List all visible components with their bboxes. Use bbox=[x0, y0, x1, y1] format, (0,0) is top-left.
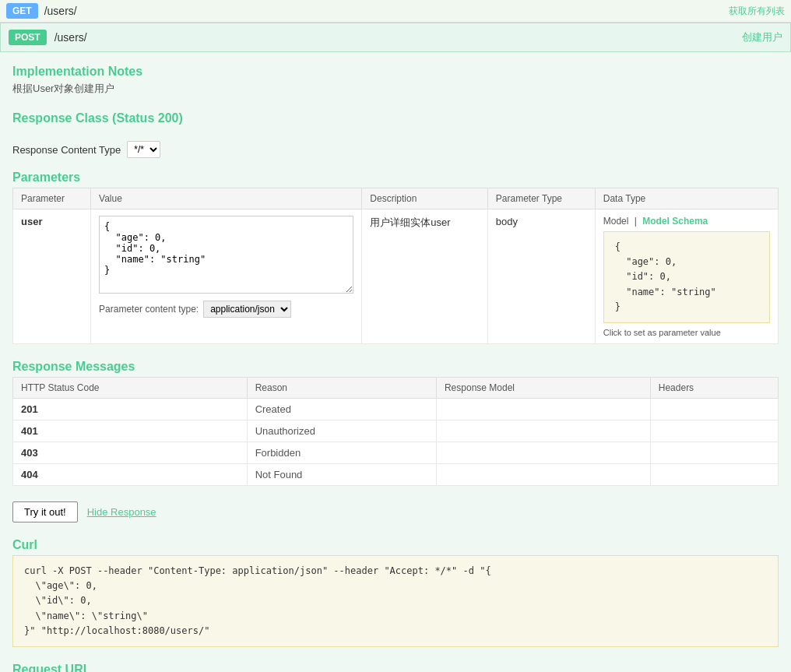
content-type-label: Response Content Type bbox=[12, 144, 121, 156]
implementation-notes-title: Implementation Notes bbox=[12, 65, 779, 79]
col-response-model: Response Model bbox=[436, 377, 650, 398]
col-parameter: Parameter bbox=[13, 188, 91, 209]
response-class-section: Response Class (Status 200) bbox=[12, 111, 779, 125]
param-description-user: 用户详细实体user bbox=[370, 216, 450, 228]
status-code-3: 404 bbox=[21, 469, 38, 480]
click-hint: Click to set as parameter value bbox=[603, 328, 770, 337]
headers-1 bbox=[650, 420, 778, 442]
param-content-type-label: Parameter content type: bbox=[99, 304, 199, 315]
parameters-title: Parameters bbox=[12, 171, 779, 185]
table-row: 401 Unauthorized bbox=[13, 420, 779, 442]
get-path: /users/ bbox=[44, 5, 77, 17]
param-row-user: user { "age": 0, "id": 0, "name": "strin… bbox=[13, 209, 779, 344]
content-type-select[interactable]: */* bbox=[127, 141, 160, 158]
curl-title: Curl bbox=[12, 538, 779, 552]
col-headers: Headers bbox=[650, 377, 778, 398]
response-content-type-row: Response Content Type */* bbox=[12, 141, 779, 158]
buttons-row: Try it out! Hide Response bbox=[12, 501, 779, 522]
post-bar: POST /users/ 创建用户 bbox=[0, 23, 791, 52]
model-schema-container: Model | Model Schema { "age": 0, "id": 0… bbox=[603, 216, 770, 337]
status-code-2: 403 bbox=[21, 447, 38, 459]
col-status-code: HTTP Status Code bbox=[13, 377, 248, 398]
status-code-1: 401 bbox=[21, 425, 38, 437]
headers-2 bbox=[650, 442, 778, 463]
main-content: Implementation Notes 根据User对象创建用户 Respon… bbox=[0, 52, 791, 672]
table-row: 404 Not Found bbox=[13, 463, 779, 485]
response-messages-table: HTTP Status Code Reason Response Model H… bbox=[12, 377, 779, 486]
get-badge: GET bbox=[6, 3, 38, 19]
try-it-out-button[interactable]: Try it out! bbox=[12, 501, 78, 522]
hide-response-link[interactable]: Hide Response bbox=[87, 506, 156, 518]
model-link[interactable]: Model bbox=[603, 216, 629, 227]
param-type-user: body bbox=[496, 216, 518, 227]
param-content-type-inline: Parameter content type: application/json bbox=[99, 301, 353, 318]
param-name-user: user bbox=[21, 216, 42, 227]
response-model-0 bbox=[436, 398, 650, 420]
parameters-section: Parameters Parameter Value Description P… bbox=[12, 171, 779, 344]
response-model-1 bbox=[436, 420, 650, 442]
table-row: 201 Created bbox=[13, 398, 779, 420]
table-row: 403 Forbidden bbox=[13, 442, 779, 463]
reason-text-0: Created bbox=[255, 403, 291, 415]
parameters-table: Parameter Value Description Parameter Ty… bbox=[12, 188, 779, 344]
get-right-link[interactable]: 获取所有列表 bbox=[729, 5, 785, 18]
param-value-textarea[interactable]: { "age": 0, "id": 0, "name": "string" } bbox=[99, 216, 353, 294]
status-code-0: 201 bbox=[21, 403, 38, 415]
curl-section: Curl curl -X POST --header "Content-Type… bbox=[12, 538, 779, 647]
reason-text-3: Not Found bbox=[255, 469, 303, 480]
headers-0 bbox=[650, 398, 778, 420]
col-description: Description bbox=[362, 188, 487, 209]
response-messages-section: Response Messages HTTP Status Code Reaso… bbox=[12, 360, 779, 486]
implementation-notes-section: Implementation Notes 根据User对象创建用户 bbox=[12, 65, 779, 96]
response-model-2 bbox=[436, 442, 650, 463]
response-class-title: Response Class (Status 200) bbox=[12, 111, 779, 125]
post-badge: POST bbox=[9, 30, 47, 45]
get-bar: GET /users/ 获取所有列表 bbox=[0, 0, 791, 23]
request-url-title: Request URL bbox=[12, 663, 779, 672]
request-url-section: Request URL http://localhost:8080/users/ bbox=[12, 663, 779, 672]
schema-box[interactable]: { "age": 0, "id": 0, "name": "string" } bbox=[603, 231, 770, 323]
col-parameter-type: Parameter Type bbox=[487, 188, 595, 209]
model-schema-link[interactable]: Model Schema bbox=[642, 216, 708, 227]
col-data-type: Data Type bbox=[595, 188, 778, 209]
response-model-3 bbox=[436, 463, 650, 485]
params-header-row: Parameter Value Description Parameter Ty… bbox=[13, 188, 779, 209]
post-right-label: 创建用户 bbox=[742, 30, 782, 44]
col-value: Value bbox=[91, 188, 362, 209]
implementation-notes-subtitle: 根据User对象创建用户 bbox=[12, 82, 779, 96]
param-content-type-select[interactable]: application/json bbox=[203, 301, 291, 318]
response-messages-title: Response Messages bbox=[12, 360, 779, 374]
reason-text-1: Unauthorized bbox=[255, 425, 315, 437]
headers-3 bbox=[650, 463, 778, 485]
col-reason: Reason bbox=[247, 377, 436, 398]
model-schema-toggle: Model | Model Schema bbox=[603, 216, 770, 227]
model-pipe: | bbox=[635, 216, 637, 227]
reason-text-2: Forbidden bbox=[255, 447, 301, 459]
curl-box: curl -X POST --header "Content-Type: app… bbox=[12, 555, 779, 647]
post-path: /users/ bbox=[54, 31, 87, 44]
response-header-row: HTTP Status Code Reason Response Model H… bbox=[13, 377, 779, 398]
